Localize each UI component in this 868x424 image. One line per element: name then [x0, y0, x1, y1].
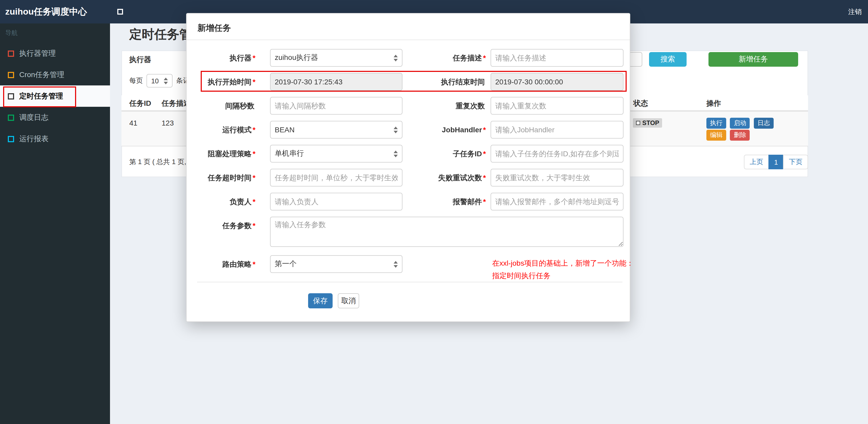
save-button[interactable]: 保存	[308, 293, 333, 308]
pagination: 上页 1 下页	[744, 155, 808, 169]
start-time-field-label: 执行开始时间*	[187, 73, 255, 91]
executor-select[interactable]: zuihou执行器	[270, 49, 402, 67]
job-desc-input[interactable]	[491, 49, 623, 67]
alarm-email-input[interactable]	[491, 193, 623, 210]
sidebar: 导航 执行器管理 Cron任务管理 定时任务管理 调度日志 运行报表	[0, 24, 110, 424]
add-task-modal: 新增任务 执行器* zuihou执行器 任务描述* 执行开始时间* 执行结束时间…	[186, 13, 630, 322]
log-button[interactable]: 日志	[754, 118, 774, 129]
modal-title: 新增任务	[197, 23, 231, 34]
sidebar-item-executor-mgmt[interactable]: 执行器管理	[0, 43, 110, 64]
run-mode-select[interactable]: BEAN	[270, 121, 402, 138]
app-root: zuihou任务调度中心 注销 导航 执行器管理 Cron任务管理 定时任务管理…	[0, 0, 868, 424]
feature-note-line2: 指定时间执行任务	[492, 271, 551, 280]
sidebar-item-label: 运行报表	[19, 134, 49, 143]
row-actions-line1: 执行 启动 日志	[706, 118, 775, 129]
sidebar-item-label: 定时任务管理	[19, 91, 63, 101]
pagination-summary: 第 1 页 ( 总共 1 页, 1	[129, 156, 192, 168]
modal-footer-divider	[197, 282, 622, 282]
select-updown-icon	[394, 150, 398, 157]
sidebar-item-schedule-log[interactable]: 调度日志	[0, 107, 110, 128]
repeat-count-field-label: 重复次数	[406, 97, 486, 115]
cancel-button[interactable]: 取消	[338, 293, 359, 308]
sidebar-item-label: Cron任务管理	[19, 70, 64, 79]
end-time-input[interactable]	[491, 73, 623, 91]
run-mode-field-label: 运行模式*	[187, 121, 255, 138]
sidebar-item-timed-task-mgmt[interactable]: 定时任务管理	[0, 86, 110, 107]
alarm-email-field-label: 报警邮件*	[406, 193, 486, 210]
feature-note-line1: 在xxl-jobs项目的基础上，新增了一个功能：	[492, 258, 634, 268]
job-params-textarea[interactable]	[270, 217, 623, 247]
sidebar-toggle-icon[interactable]	[117, 9, 123, 14]
sidebar-item-label: 执行器管理	[19, 49, 56, 58]
add-task-button[interactable]: 新增任务	[709, 52, 798, 67]
select-updown-icon	[394, 126, 398, 133]
square-outline-icon	[8, 114, 14, 121]
sidebar-item-run-report[interactable]: 运行报表	[0, 128, 110, 150]
stop-square-icon	[636, 121, 640, 125]
select-updown-icon	[394, 55, 398, 61]
timeout-field-label: 任务超时时间*	[187, 169, 255, 187]
col-actions: 操作	[706, 95, 721, 111]
brand-title: zuihou任务调度中心	[0, 0, 110, 24]
interval-field-label: 间隔秒数	[187, 97, 255, 115]
child-job-input[interactable]	[491, 145, 623, 163]
interval-input[interactable]	[270, 97, 402, 115]
square-outline-icon	[8, 50, 14, 57]
execute-button[interactable]: 执行	[706, 118, 726, 129]
per-page-prefix-label: 每页	[129, 74, 143, 88]
route-strategy-select[interactable]: 第一个	[270, 255, 402, 273]
owner-field-label: 负责人*	[187, 193, 255, 210]
edit-button[interactable]: 编辑	[706, 130, 726, 141]
block-strategy-field-label: 阻塞处理策略*	[187, 145, 255, 163]
job-params-field-label: 任务参数*	[187, 217, 255, 234]
executor-field-label: 执行器*	[187, 49, 255, 67]
fail-retry-field-label: 失败重试次数*	[406, 169, 486, 187]
select-updown-icon	[164, 77, 168, 84]
per-page-value: 10	[151, 77, 159, 85]
cell-job-id: 41	[129, 118, 137, 129]
job-handler-field-label: JobHandler*	[406, 121, 486, 138]
cell-job-desc: 123	[162, 118, 174, 129]
repeat-count-input[interactable]	[491, 97, 623, 115]
col-status: 状态	[633, 95, 648, 111]
child-job-field-label: 子任务ID*	[406, 145, 486, 163]
delete-button[interactable]: 删除	[730, 130, 750, 141]
end-time-field-label: 执行结束时间	[406, 73, 486, 91]
owner-input[interactable]	[270, 193, 402, 210]
filter-executor-label: 执行器	[129, 52, 151, 67]
route-strategy-field-label: 路由策略*	[187, 255, 255, 273]
square-outline-icon	[8, 136, 14, 142]
status-badge: STOP	[633, 118, 662, 128]
select-updown-icon	[394, 261, 398, 267]
job-handler-input[interactable]	[491, 121, 623, 138]
row-actions-line2: 编辑 删除	[706, 130, 751, 141]
modal-header-divider	[187, 40, 630, 40]
block-strategy-select[interactable]: 单机串行	[270, 145, 402, 163]
square-outline-icon	[8, 72, 14, 78]
square-outline-icon	[8, 93, 14, 99]
sidebar-item-label: 调度日志	[19, 113, 49, 122]
start-button[interactable]: 启动	[730, 118, 750, 129]
status-text: STOP	[642, 119, 659, 127]
fail-retry-input[interactable]	[491, 169, 623, 187]
sidebar-section-label: 导航	[5, 29, 18, 37]
job-desc-field-label: 任务描述*	[406, 49, 486, 67]
per-page-select[interactable]: 10	[147, 74, 173, 88]
logout-link[interactable]: 注销	[848, 0, 862, 24]
next-page-button[interactable]: 下页	[783, 155, 808, 169]
search-button[interactable]: 搜索	[649, 52, 687, 67]
sidebar-item-cron-mgmt[interactable]: Cron任务管理	[0, 64, 110, 86]
prev-page-button[interactable]: 上页	[744, 155, 769, 169]
timeout-input[interactable]	[270, 169, 402, 187]
col-job-id: 任务ID	[129, 95, 151, 111]
start-time-input[interactable]	[270, 73, 402, 91]
page-1-button[interactable]: 1	[768, 155, 783, 169]
